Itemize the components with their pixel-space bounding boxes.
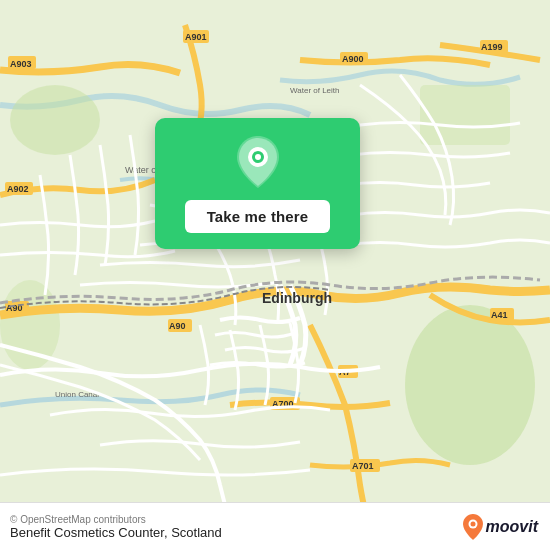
svg-text:A903: A903 [10, 59, 32, 69]
svg-point-34 [255, 154, 261, 160]
take-me-there-button[interactable]: Take me there [185, 200, 331, 233]
svg-point-5 [405, 305, 535, 465]
map-attribution: © OpenStreetMap contributors [10, 514, 222, 525]
svg-text:A900: A900 [342, 54, 364, 64]
map-background: Water o Water of Leith Union Canal A903 … [0, 0, 550, 550]
svg-text:A901: A901 [185, 32, 207, 42]
map-container: Water o Water of Leith Union Canal A903 … [0, 0, 550, 550]
directions-card: Take me there [155, 118, 360, 249]
moovit-pin-icon [463, 514, 483, 540]
svg-text:Water of Leith: Water of Leith [290, 86, 340, 95]
svg-text:A701: A701 [352, 461, 374, 471]
moovit-brand-text: moovit [486, 518, 538, 536]
svg-text:A41: A41 [491, 310, 508, 320]
svg-rect-7 [420, 85, 510, 145]
svg-text:A90: A90 [169, 321, 186, 331]
svg-point-36 [470, 521, 475, 526]
svg-text:A199: A199 [481, 42, 503, 52]
svg-text:Edinburgh: Edinburgh [262, 290, 332, 306]
moovit-logo: moovit [463, 514, 538, 540]
svg-point-4 [10, 85, 100, 155]
location-label: Benefit Cosmetics Counter, Scotland [10, 525, 222, 540]
bottom-info-bar: © OpenStreetMap contributors Benefit Cos… [0, 502, 550, 550]
location-pin-icon [232, 136, 284, 188]
svg-text:A902: A902 [7, 184, 29, 194]
svg-text:Water o: Water o [125, 165, 156, 175]
location-info: © OpenStreetMap contributors Benefit Cos… [10, 514, 222, 540]
